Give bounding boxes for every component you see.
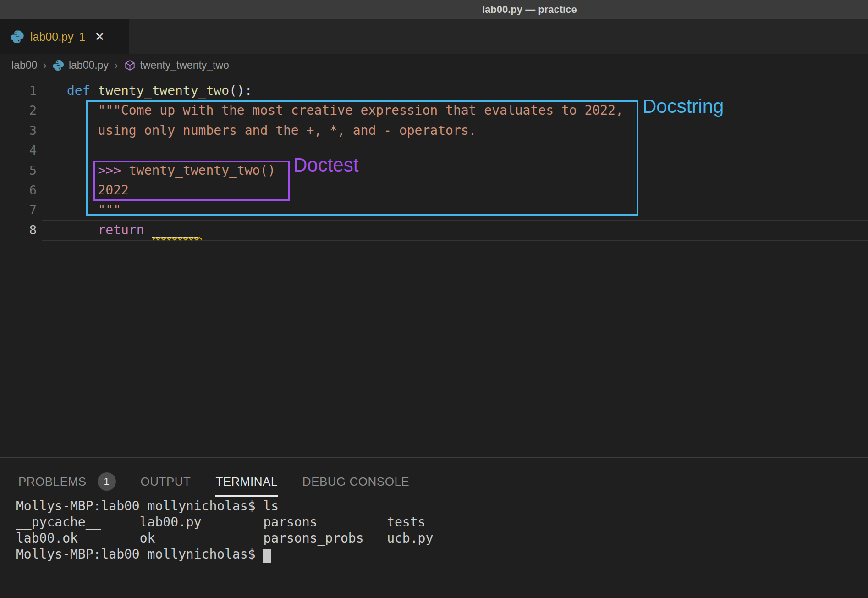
code-line-7[interactable]: 7 """ bbox=[0, 200, 868, 220]
breadcrumb-item-lab00[interactable]: lab00 bbox=[11, 59, 37, 72]
line-number: 1 bbox=[0, 81, 37, 100]
panel-tab-debug-console[interactable]: DEBUG CONSOLE bbox=[302, 475, 409, 497]
window-title: lab00.py — practice bbox=[482, 4, 592, 16]
line-number: 2 bbox=[0, 100, 37, 120]
code-text: """Come up with the most creative expres… bbox=[67, 100, 623, 120]
code-text: 2022 bbox=[67, 180, 129, 200]
breadcrumb-item-symbol[interactable]: twenty_twenty_two bbox=[140, 59, 229, 72]
terminal-prompt-line: Mollys-MBP:lab00 mollynicholas$ bbox=[16, 546, 433, 562]
docstring-annotation-label: Docstring bbox=[643, 95, 724, 117]
panel-tab-label: DEBUG CONSOLE bbox=[302, 475, 409, 489]
code-text: using only numbers and the +, *, and - o… bbox=[67, 121, 476, 140]
doctest-annotation-label: Doctest bbox=[293, 154, 358, 176]
panel-separator bbox=[0, 457, 868, 458]
line-number: 4 bbox=[0, 140, 37, 160]
chevron-right-icon: › bbox=[43, 58, 47, 72]
vscode-window: lab00.py — practice lab00.py 1 ✕ lab00 ›… bbox=[0, 0, 868, 598]
panel-tab-label: TERMINAL bbox=[215, 475, 277, 489]
panel-tab-terminal[interactable]: TERMINAL bbox=[215, 475, 277, 497]
line-number: 7 bbox=[0, 200, 37, 220]
terminal-line: Mollys-MBP:lab00 mollynicholas$ ls bbox=[16, 498, 433, 514]
terminal-prompt: Mollys-MBP:lab00 mollynicholas$ bbox=[16, 547, 263, 562]
code-text: def twenty_twenty_two(): bbox=[67, 81, 253, 100]
symbol-cube-icon bbox=[124, 59, 136, 72]
code-line-3[interactable]: 3 using only numbers and the +, *, and -… bbox=[0, 121, 868, 140]
panel-tabs: PROBLEMS1OUTPUTTERMINALDEBUG CONSOLE bbox=[18, 472, 409, 498]
panel-tab-label: PROBLEMS bbox=[18, 475, 87, 489]
terminal-line: lab00.ok ok parsons_probs ucb.py bbox=[16, 530, 433, 546]
code-line-1[interactable]: 1def twenty_twenty_two(): bbox=[0, 81, 868, 100]
code-line-4[interactable]: 4 bbox=[0, 140, 868, 160]
warning-squiggle-icon bbox=[153, 237, 202, 241]
code-line-6[interactable]: 6 2022 bbox=[0, 180, 868, 200]
breadcrumb: lab00 › lab00.py › twenty_twenty_two bbox=[0, 54, 868, 76]
panel-tab-output[interactable]: OUTPUT bbox=[141, 475, 191, 497]
line-number: 8 bbox=[0, 220, 37, 240]
python-icon bbox=[52, 59, 65, 72]
line-number: 3 bbox=[0, 121, 37, 140]
terminal-cursor[interactable] bbox=[263, 549, 271, 563]
terminal-output[interactable]: Mollys-MBP:lab00 mollynicholas$ ls__pyca… bbox=[16, 498, 433, 562]
code-text: """ bbox=[67, 200, 121, 220]
code-line-5[interactable]: 5 >>> twenty_twenty_two() bbox=[0, 161, 868, 180]
tab-strip: lab00.py 1 ✕ bbox=[0, 19, 868, 54]
problems-count-badge: 1 bbox=[98, 472, 116, 491]
code-line-2[interactable]: 2 """Come up with the most creative expr… bbox=[0, 100, 868, 120]
tab-label: lab00.py bbox=[30, 30, 74, 44]
line-number: 5 bbox=[0, 161, 37, 180]
tab-lab00py[interactable]: lab00.py 1 ✕ bbox=[0, 19, 129, 54]
python-icon bbox=[10, 29, 25, 44]
code-line-8[interactable]: 8 return ______ bbox=[0, 220, 868, 240]
code-text: >>> twenty_twenty_two() bbox=[67, 161, 275, 180]
terminal-line: __pycache__ lab00.py parsons tests bbox=[16, 514, 433, 530]
code-editor[interactable]: 1def twenty_twenty_two():2 """Come up wi… bbox=[0, 81, 868, 240]
close-icon[interactable]: ✕ bbox=[94, 30, 104, 44]
titlebar: lab00.py — practice bbox=[0, 0, 868, 19]
tab-warning-count: 1 bbox=[79, 30, 86, 44]
panel-tab-label: OUTPUT bbox=[141, 475, 191, 489]
line-number: 6 bbox=[0, 180, 37, 200]
panel-tab-problems[interactable]: PROBLEMS1 bbox=[18, 472, 116, 498]
breadcrumb-item-lab00py[interactable]: lab00.py bbox=[69, 59, 109, 72]
chevron-right-icon: › bbox=[114, 58, 118, 72]
